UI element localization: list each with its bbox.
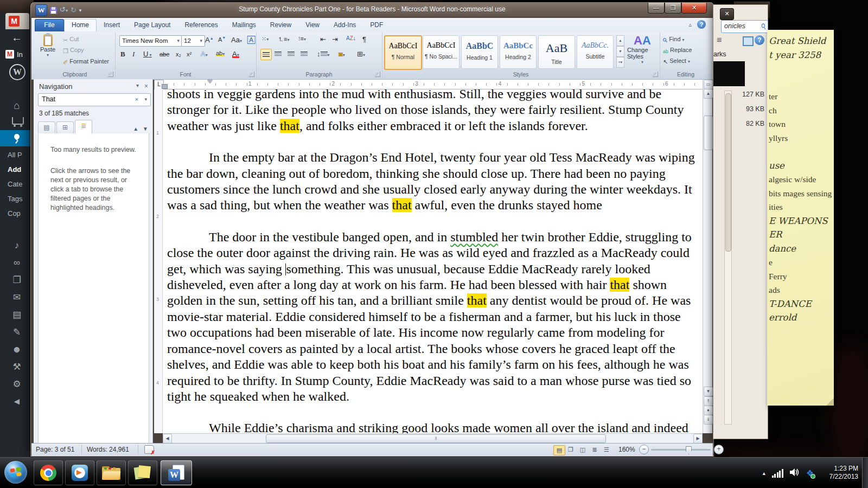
styles-gallery-scroll[interactable]: ▲ ▼ ≡▾ (616, 35, 624, 68)
document-page[interactable]: shoots in veggie gardens into the mud wi… (163, 89, 703, 433)
text-effects-button[interactable]: A▾ (201, 50, 208, 58)
paste-button[interactable]: Paste ▾ (37, 34, 59, 57)
highlight-button[interactable]: ab▾ (216, 50, 225, 56)
next-result-icon[interactable]: ▼ (143, 126, 148, 132)
close-button[interactable]: ✕ (681, 3, 707, 14)
taskbar-media-player-button[interactable] (65, 460, 94, 485)
users-icon[interactable]: ☻ (0, 343, 34, 357)
bold-button[interactable]: B (120, 50, 125, 59)
navigation-close-icon[interactable]: × (144, 82, 148, 90)
clipboard-dialog-launcher[interactable]: ◿ (108, 72, 113, 77)
ribbon-tab-pdf[interactable]: PDF (363, 20, 390, 31)
tools-icon[interactable]: ⚒ (0, 360, 34, 374)
style--normal[interactable]: AaBbCcI¶ Normal (384, 35, 422, 70)
sidebar-item-cop[interactable]: Cop (8, 209, 21, 217)
zoom-in-icon[interactable]: + (714, 445, 724, 454)
sticky-note[interactable]: Great Shieldt year 3258terchtownyllyrsus… (767, 30, 834, 406)
change-case-button[interactable]: Aa▾ (231, 36, 242, 44)
show-desktop-button[interactable] (862, 458, 868, 488)
zoom-slider-thumb[interactable] (686, 446, 692, 454)
styles-dialog-launcher[interactable]: ◿ (653, 72, 658, 77)
view-ruler-button[interactable]: ▭ (704, 80, 713, 89)
ribbon-tab-mailings[interactable]: Mailings (225, 20, 263, 31)
help-icon[interactable]: ? (755, 35, 764, 45)
sidebar-item-cate[interactable]: Cate (8, 180, 22, 188)
ribbon-tab-view[interactable]: View (298, 20, 327, 31)
select-browse-object-button[interactable]: ● (704, 406, 713, 415)
menu-icon[interactable]: ≡ (717, 35, 722, 45)
replace-button[interactable]: ab Replace (663, 47, 692, 54)
vertical-scrollbar[interactable]: ▭ ▲ ▼ ⇑ ● ⇓ (703, 80, 712, 433)
navigation-dropdown-icon[interactable]: ▾ (136, 82, 139, 90)
taskbar-chrome-button[interactable] (34, 460, 63, 485)
bg-panel-close-button[interactable]: ✕ (720, 8, 734, 20)
font-family-combo[interactable]: Times New Rom▾ (119, 35, 182, 47)
proofing-errors-icon[interactable] (144, 445, 154, 454)
appearance-icon[interactable]: ✎ (0, 325, 34, 339)
styles-scroll-down-icon[interactable]: ▼ (616, 46, 624, 57)
ribbon-tab-insert[interactable]: Insert (97, 20, 127, 31)
underline-button[interactable]: U ▾ (143, 50, 152, 58)
ribbon-tab-home[interactable]: Home (64, 19, 97, 31)
taskbar-sticky-notes-button[interactable] (128, 460, 157, 485)
scroll-right-icon[interactable]: ▶ (693, 434, 703, 444)
tab-browse-pages[interactable]: ⊞ (56, 121, 74, 134)
clear-search-icon[interactable]: × (135, 94, 138, 105)
zoom-out-icon[interactable]: − (639, 445, 649, 454)
title-bar[interactable]: W ↺▾ ↻ ▾ Stump County Chronicles Part On… (31, 3, 713, 18)
cart-icon[interactable] (12, 117, 24, 125)
styles-more-icon[interactable]: ≡▾ (616, 57, 624, 68)
home-icon[interactable]: ⌂ (0, 99, 34, 113)
maximize-button[interactable]: ❐ (665, 3, 681, 14)
strikethrough-button[interactable]: abe (159, 51, 169, 57)
paragraph[interactable]: The door in the vestibule banged open, a… (167, 229, 700, 404)
taskbar-explorer-button[interactable] (97, 460, 126, 485)
cut-button[interactable]: ✂ Cut (63, 36, 79, 44)
network-icon[interactable] (772, 469, 783, 478)
increase-indent-button[interactable]: ⇥ (332, 35, 338, 43)
style-heading-2[interactable]: AaBbCcHeading 2 (500, 35, 537, 69)
bg-panel-scrollbar[interactable] (724, 91, 732, 425)
minimize-button[interactable]: — (648, 3, 665, 14)
grow-font-button[interactable]: A▲ (205, 36, 214, 44)
select-button[interactable]: ↖ Select ▾ (663, 57, 690, 66)
collapse-icon[interactable]: ◄ (0, 395, 34, 409)
borders-button[interactable]: ⊞▾ (357, 50, 365, 58)
outline-view-button[interactable]: ≣ (589, 445, 600, 454)
previous-page-button[interactable]: ⇑ (704, 396, 713, 406)
change-styles-button[interactable]: AA Change Styles ▾ (627, 35, 658, 65)
settings-icon[interactable]: ⚙ (0, 377, 34, 391)
sidebar-item-tags[interactable]: Tags (8, 195, 22, 203)
decrease-indent-button[interactable]: ⇤ (320, 35, 326, 43)
justify-button[interactable] (301, 50, 308, 58)
tab-browse-results[interactable]: ≣ (75, 120, 92, 134)
style-heading-1[interactable]: AaBbCHeading 1 (461, 35, 498, 69)
sidebar-item-add[interactable]: Add (8, 165, 21, 174)
sort-button[interactable]: AZ↓ (346, 35, 356, 41)
horizontal-ruler[interactable]: 123456 (164, 80, 703, 89)
horizontal-scrollbar[interactable]: ◀ ⦀ ▶ (163, 433, 703, 443)
ribbon-tab-add-ins[interactable]: Add-Ins (327, 20, 363, 31)
taskbar-clock[interactable]: 1:23 PM 7/22/2013 (829, 465, 858, 481)
font-color-button[interactable]: A▾ (232, 50, 239, 58)
scroll-up-icon[interactable]: ▲ (704, 89, 713, 99)
subscript-button[interactable]: x₂ (176, 51, 181, 57)
web-layout-view-button[interactable]: ◫ (577, 445, 588, 454)
format-painter-button[interactable]: ✐ Format Painter (63, 58, 109, 66)
media-icon[interactable]: ♪ (0, 239, 34, 253)
help-icon[interactable]: ? (697, 20, 706, 29)
pages-icon[interactable]: ❐ (0, 273, 34, 287)
search-options-icon[interactable]: ▾ (144, 94, 147, 105)
find-button[interactable]: ⚲ Find ▾ (663, 36, 685, 44)
styles-scroll-up-icon[interactable]: ▲ (616, 35, 624, 46)
shading-button[interactable]: ◙▾ (339, 50, 345, 58)
clear-formatting-icon[interactable]: 🄰 (247, 36, 255, 44)
bg-panel-scroll-thumb[interactable] (725, 93, 731, 252)
italic-button[interactable]: I (132, 50, 135, 59)
full-screen-reading-view-button[interactable]: ❒ (565, 445, 576, 454)
multilevel-list-button[interactable]: ⁝≡▾ (298, 35, 306, 42)
draft-view-button[interactable]: ☰ (601, 445, 612, 454)
scroll-left-icon[interactable]: ◀ (163, 434, 172, 444)
style--no-spaci-[interactable]: AaBbCcI¶ No Spaci... (423, 35, 459, 69)
print-layout-view-button[interactable]: ▤ (553, 445, 565, 455)
